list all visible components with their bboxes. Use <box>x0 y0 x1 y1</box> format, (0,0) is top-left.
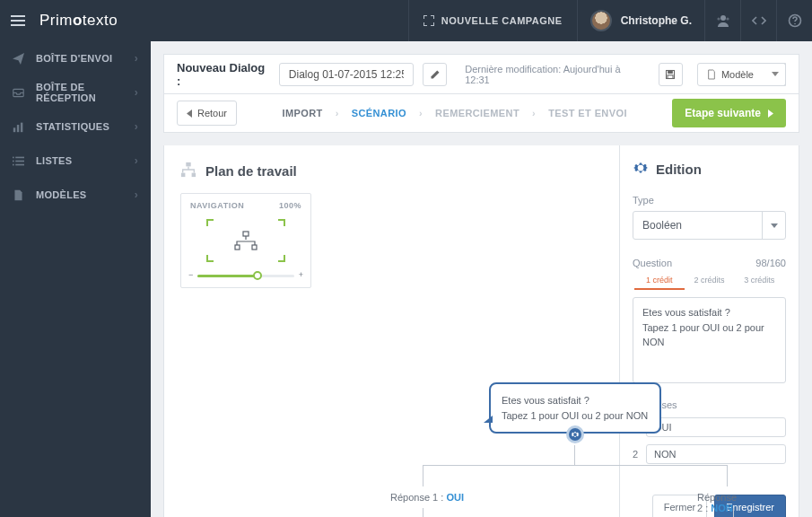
gear-icon <box>633 160 649 179</box>
nav-zoom-value: 100% <box>279 201 301 210</box>
svg-rect-19 <box>21 122 22 132</box>
model-button[interactable]: Modèle <box>697 63 786 86</box>
sidebar-item-label: LISTES <box>29 155 135 166</box>
step-separator: › <box>532 108 536 118</box>
sidebar-item-templates[interactable]: MODÈLES › <box>0 178 151 212</box>
help-icon-button[interactable] <box>776 0 812 41</box>
step-scenario[interactable]: SCÉNARIO <box>352 108 406 118</box>
pencil-icon <box>430 69 441 80</box>
inbox-icon <box>13 87 29 99</box>
svg-rect-33 <box>235 245 240 250</box>
sitemap-icon <box>180 162 196 180</box>
zoom-in-icon[interactable]: + <box>299 270 303 279</box>
svg-rect-6 <box>433 15 434 19</box>
edit-name-button[interactable] <box>423 63 447 86</box>
nav-label: NAVIGATION <box>190 201 244 210</box>
users-icon-button[interactable] <box>704 0 740 41</box>
save-icon-button[interactable] <box>659 63 683 86</box>
dialog-title-label: Nouveau Dialog : <box>177 61 270 88</box>
brand-logo: Primotexto <box>36 12 118 30</box>
bar-chart-icon <box>13 121 29 133</box>
sidebar-item-outbox[interactable]: BOÎTE D'ENVOI › <box>0 41 151 75</box>
svg-rect-2 <box>11 24 25 26</box>
avatar <box>590 10 612 31</box>
next-step-button[interactable]: Etape suivante <box>672 99 786 127</box>
credits-tabs: 1 crédit 2 crédits 3 crédits <box>633 276 786 290</box>
chevron-left-icon <box>187 110 192 118</box>
users-icon <box>716 13 730 28</box>
svg-point-12 <box>717 17 720 20</box>
credit-tab-1[interactable]: 1 crédit <box>634 276 685 290</box>
question-textarea[interactable]: Etes vous satisfait ? Tapez 1 pour OUI o… <box>633 297 786 383</box>
dialog-name-input[interactable] <box>279 63 414 86</box>
step-import[interactable]: IMPORT <box>282 108 322 118</box>
step-thanks[interactable]: REMERCIEMENT <box>435 108 520 118</box>
canvas-title: Plan de travail <box>205 163 297 179</box>
sidebar-item-lists[interactable]: LISTES › <box>0 144 151 178</box>
model-dropdown-toggle[interactable] <box>766 63 786 86</box>
nav-minimap[interactable] <box>190 219 301 262</box>
svg-rect-20 <box>13 156 14 158</box>
steps-bar: Retour IMPORT › SCÉNARIO › REMERCIEMENT … <box>163 93 799 133</box>
svg-rect-23 <box>15 160 24 162</box>
response-2-input[interactable] <box>646 444 786 464</box>
user-menu[interactable]: Christophe G. <box>577 0 704 41</box>
credit-tab-2[interactable]: 2 crédits <box>685 276 735 290</box>
chevron-right-icon: › <box>135 120 138 133</box>
svg-point-15 <box>794 23 796 25</box>
sidebar-item-stats[interactable]: STATISTIQUES › <box>0 110 151 144</box>
step-separator: › <box>419 108 423 118</box>
node-settings-button[interactable] <box>566 425 584 443</box>
sidebar-item-label: BOÎTE D'ENVOI <box>29 53 135 64</box>
svg-rect-32 <box>243 232 249 236</box>
svg-rect-17 <box>13 127 15 132</box>
gear-icon <box>571 430 580 439</box>
svg-point-13 <box>726 17 729 20</box>
svg-rect-22 <box>13 160 14 162</box>
sidebar-item-label: MODÈLES <box>29 189 135 200</box>
char-count: 98/160 <box>755 258 786 268</box>
svg-rect-29 <box>186 162 190 167</box>
hamburger-menu[interactable] <box>0 13 36 28</box>
sidebar-item-label: BOÎTE DE RÉCEPTION <box>29 82 135 103</box>
svg-rect-24 <box>13 163 14 165</box>
step-separator: › <box>336 108 339 118</box>
chevron-right-icon: › <box>135 154 138 167</box>
code-icon-button[interactable] <box>740 0 776 41</box>
send-icon <box>13 53 29 65</box>
bubble-line: Tapez 1 pour OUI ou 2 pour NON <box>502 408 649 424</box>
response-a-label: Réponse 1 : OUI <box>390 492 464 503</box>
svg-point-11 <box>720 15 726 21</box>
new-campaign-button[interactable]: NOUVELLE CAMPAGNE <box>408 0 577 41</box>
edition-panel: Edition Type Booléen Question 98/160 1 c… <box>619 145 799 517</box>
credit-tab-3[interactable]: 3 crédits <box>734 276 784 290</box>
sidebar-item-label: STATISTIQUES <box>29 121 135 132</box>
back-button[interactable]: Retour <box>177 101 237 126</box>
response-1-input[interactable] <box>646 417 786 437</box>
svg-rect-8 <box>423 22 424 26</box>
zoom-slider[interactable]: − + <box>190 271 301 280</box>
navigation-card: NAVIGATION 100% − + <box>180 193 311 288</box>
last-modified: Dernière modification: Aujourd'hui à 12:… <box>465 64 643 85</box>
type-value: Booléen <box>642 219 682 232</box>
sidebar: BOÎTE D'ENVOI › BOÎTE DE RÉCEPTION › STA… <box>0 41 151 517</box>
response-index: 2 <box>633 449 639 460</box>
zoom-out-icon[interactable]: − <box>188 270 193 279</box>
svg-rect-25 <box>15 163 24 165</box>
edition-title: Edition <box>656 162 702 177</box>
save-icon <box>665 69 676 80</box>
svg-rect-18 <box>17 125 19 132</box>
bubble-line: Etes vous satisfait ? <box>502 393 649 408</box>
help-icon <box>788 13 802 28</box>
svg-rect-10 <box>433 22 434 26</box>
code-icon <box>752 13 766 28</box>
chevron-right-icon: › <box>135 52 138 65</box>
question-label: Question <box>633 258 672 268</box>
sidebar-item-inbox[interactable]: BOÎTE DE RÉCEPTION › <box>0 75 151 110</box>
svg-rect-21 <box>15 156 24 158</box>
expand-icon <box>423 15 434 26</box>
step-test[interactable]: TEST ET ENVOI <box>548 108 627 118</box>
canvas-area: Plan de travail NAVIGATION 100% − + <box>164 145 619 517</box>
svg-rect-1 <box>11 20 25 22</box>
type-select[interactable]: Booléen <box>633 211 786 240</box>
